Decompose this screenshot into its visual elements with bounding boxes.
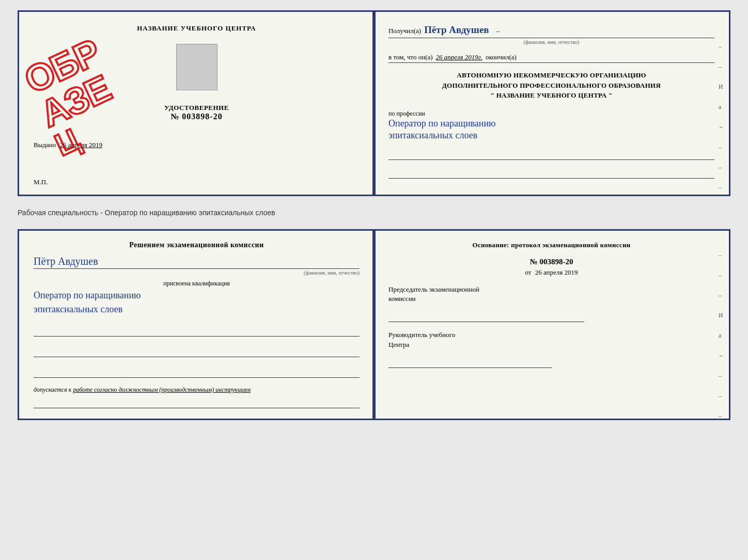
chairman-label: Председатель экзаменационной комиссии [388,285,714,303]
org-line2: ДОПОЛНИТЕЛЬНОГО ПРОФЕССИОНАЛЬНОГО ОБРАЗО… [388,81,714,91]
bottom-cert-left-page: Решением экзаменационной комиссии Пётр А… [19,231,374,419]
profession-line1: Оператор по наращиванию [388,118,714,130]
obrazec-text-2: АЗЕ [35,43,172,133]
ot-date: 26 апреля 2019 [535,268,578,276]
vtom-label: в том, что он(а) [388,53,433,61]
org-block: АВТОНОМНУЮ НЕКОММЕРЧЕСКУЮ ОРГАНИЗАЦИЮ ДО… [388,70,714,101]
bottom-cert-right-page: Основание: протокол экзаменационной коми… [374,231,729,419]
document-wrapper: НАЗВАНИЕ УЧЕБНОГО ЦЕНТРА УДОСТОВЕРЕНИЕ №… [18,10,730,420]
right-dashes-bottom: – – – И а ← – – – [719,251,725,420]
chairman-sig-line [388,308,584,322]
vtom-date: 26 апреля 2019г. [436,53,482,61]
rukovoditel-sig-line [388,354,552,368]
vidano-line: Выдано 26 апреля 2019 [34,141,360,149]
top-cert-right-page: Получил(а) Пётр Авдушев – (фамилия, имя,… [374,12,729,195]
rukovoditel-label-line2: Центра [388,341,409,348]
okonchil-label: окончил(а) [486,53,517,61]
sig-line-dopusk [34,398,360,408]
vtom-line: в том, что он(а) 26 апреля 2019г. окончи… [388,53,714,63]
dopuskaetsya-prefix: допускается к [34,386,71,393]
vidano-label: Выдано [34,141,56,149]
obrazec-stamp: ОБР АЗЕ Ц [19,12,184,159]
ot-label: от [525,268,531,276]
mp-line: М.П. [34,178,48,186]
rukovoditel-label: Руководитель учебного Центра [388,330,714,349]
signature-lines [34,326,360,378]
chairman-label-line2: комиссии [388,295,416,302]
udost-title: УДОСТОВЕРЕНИЕ [164,104,229,112]
poluchil-wrapper: Получил(а) Пётр Авдушев – (фамилия, имя,… [388,24,714,45]
vidano-date: 26 апреля 2019 [60,141,103,149]
top-left-title: НАЗВАНИЕ УЧЕБНОГО ЦЕНТРА [137,24,256,33]
sig-line-1 [34,326,360,337]
org-line1: АВТОНОМНУЮ НЕКОММЕРЧЕСКУЮ ОРГАНИЗАЦИЮ [388,70,714,81]
osnovanie-title: Основание: протокол экзаменационной коми… [388,241,714,249]
protocol-number: № 003898-20 [388,258,714,266]
poluchil-line: Получил(а) Пётр Авдушев – [388,24,714,38]
po-professii-label: по профессии [388,110,714,118]
top-certificate-book: НАЗВАНИЕ УЧЕБНОГО ЦЕНТРА УДОСТОВЕРЕНИЕ №… [18,10,730,196]
sig-line-3 [34,367,360,378]
profession-line2: эпитаксиальных слоев [388,130,714,141]
fio-handwritten: Пётр Авдушев [34,255,360,269]
po-professii-block: по профессии Оператор по наращиванию эпи… [388,110,714,142]
prisvoena-label: присвоена квалификация [34,280,360,287]
underline-2 [388,167,714,179]
poluchil-name: Пётр Авдушев [424,24,489,36]
dopuskaetsya-block: допускается к работе согласно должностны… [34,386,360,394]
underline-1 [388,149,714,160]
right-dashes-top: – – И а ← – – – [719,43,725,191]
obrazec-text: ОБР [19,12,157,100]
dash-after-name: – [496,27,500,35]
sig-line-2 [34,347,360,357]
udostoverenie-block: УДОСТОВЕРЕНИЕ № 003898-20 [164,104,229,121]
ot-date-line: от 26 апреля 2019 [388,268,714,277]
udost-number: № 003898-20 [164,112,229,121]
qualification-line2: эпитаксиальных слоев [34,303,360,315]
fio-label-top: (фамилия, имя, отчество) [388,39,714,45]
chairman-block: Председатель экзаменационной комиссии [388,285,714,322]
resheniem-title: Решением экзаменационной комиссии [34,241,360,249]
top-cert-left-page: НАЗВАНИЕ УЧЕБНОГО ЦЕНТРА УДОСТОВЕРЕНИЕ №… [19,12,374,195]
chairman-label-line1: Председатель экзаменационной [388,285,479,293]
rukovoditel-block: Руководитель учебного Центра [388,330,714,367]
org-line3: " НАЗВАНИЕ УЧЕБНОГО ЦЕНТРА " [388,90,714,101]
poluchil-label: Получил(а) [388,27,421,35]
separator-text: Рабочая специальность - Оператор по нара… [18,204,730,221]
fio-sub-label: (фамилия, имя, отчество) [34,270,360,276]
qualification-line1: Оператор по наращиванию [34,290,360,301]
photo-placeholder [176,44,217,90]
dopuskaetsya-text: работе согласно должностным (производств… [73,386,251,393]
rukovoditel-label-line1: Руководитель учебного [388,331,455,339]
bottom-certificate-book: Решением экзаменационной комиссии Пётр А… [18,229,730,420]
